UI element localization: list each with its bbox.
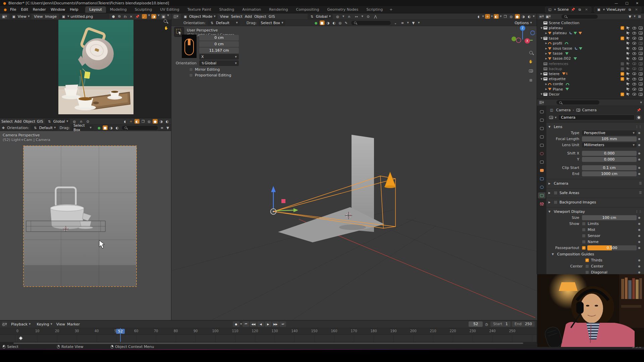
render-visibility-icon[interactable] <box>639 67 643 70</box>
jump-end-button[interactable]: ⏭ <box>279 321 286 327</box>
passepartout-checkbox[interactable]: ✓ <box>582 246 586 250</box>
prev-keyframe-button[interactable]: ◀◀ <box>250 321 257 327</box>
vp-orientation-dropdown[interactable]: ⇅Default▼ <box>208 20 240 25</box>
selectable-icon[interactable] <box>627 87 630 91</box>
selectable-icon[interactable] <box>627 32 630 35</box>
camera-panel[interactable]: ▶Camera☰ <box>546 179 644 188</box>
vp-menu-object[interactable]: Object <box>254 14 266 19</box>
remove-viewlayer-icon[interactable]: ✕ <box>634 7 639 12</box>
axis-dropdown[interactable]: X▼ <box>199 54 239 60</box>
image-datablock[interactable]: ▣▼untitled.png <box>59 14 109 19</box>
tab-scripting[interactable]: Scripting <box>362 6 387 13</box>
properties-options-icon[interactable]: ▼ <box>640 101 642 104</box>
collection-checkbox[interactable] <box>621 62 624 66</box>
outliner-row-object[interactable]: ▶tasse <box>537 51 644 56</box>
selectable-icon[interactable] <box>627 67 630 70</box>
image-mode-dropdown[interactable]: ▣View▼ <box>9 14 32 19</box>
render-visibility-icon[interactable] <box>639 37 643 40</box>
selectable-icon[interactable] <box>627 37 630 40</box>
proportional-edit-icon[interactable]: ⊙ <box>85 119 90 124</box>
viewlayer-selector[interactable]: ▣▼ ViewLayer ⧉ ✕ <box>594 7 641 13</box>
hide-icon[interactable] <box>632 62 636 65</box>
new-viewlayer-icon[interactable]: ⧉ <box>627 7 632 12</box>
tab-shading[interactable]: Shading <box>215 6 238 13</box>
stopwatch-icon[interactable]: ◷ <box>484 322 489 326</box>
camera-view-icon[interactable] <box>528 68 533 73</box>
viewport-pan-icon[interactable]: ✋ <box>528 59 533 64</box>
shading-solid-icon[interactable]: ● <box>153 119 158 124</box>
gizmo-toggle-icon[interactable]: ✧ <box>128 119 133 124</box>
tab-scene[interactable] <box>538 142 545 148</box>
keying-menu[interactable]: Keying▼ <box>35 321 54 327</box>
selectable-icon[interactable] <box>627 93 630 96</box>
unlink-scene-icon[interactable]: ✕ <box>584 7 589 12</box>
render-visibility-icon[interactable] <box>639 52 643 55</box>
outliner-row-object[interactable]: ▶Plane <box>537 86 644 92</box>
matcap-sphere-icon[interactable]: ◑ <box>109 125 114 130</box>
show-sensor-checkbox[interactable] <box>582 234 586 238</box>
tab-object-data[interactable] <box>538 192 545 198</box>
image-menu-image[interactable]: Image <box>45 14 56 19</box>
hide-icon[interactable] <box>632 57 636 60</box>
add-workspace-button[interactable]: + <box>387 6 395 13</box>
render-visibility-icon[interactable] <box>639 42 643 45</box>
menu-window[interactable]: Window <box>48 7 67 12</box>
outliner-row-object[interactable]: ▶tasse.002 <box>537 56 644 61</box>
annotate-brush-icon[interactable]: ✎ <box>344 20 349 25</box>
maximize-button[interactable]: □ <box>625 1 628 5</box>
vp-search-input[interactable] <box>351 20 391 25</box>
editor-type-button[interactable]: ◴▼ <box>2 322 7 326</box>
lens-unit-dropdown[interactable]: Millimeters▼ <box>582 142 637 147</box>
shading-wireframe-icon[interactable]: ◎ <box>147 119 152 124</box>
properties-search-input[interactable] <box>556 100 600 105</box>
selectable-icon[interactable] <box>627 42 630 45</box>
center-checkbox[interactable] <box>585 264 589 268</box>
close-button[interactable]: ✕ <box>636 1 639 5</box>
selectable-icon[interactable] <box>627 26 630 30</box>
editor-type-button[interactable]: ◫▼ <box>173 14 178 19</box>
next-keyframe-button[interactable]: ▶▶ <box>272 321 279 327</box>
outliner-row-object[interactable]: ▶sous tasse <box>537 46 644 51</box>
pan-hand-icon[interactable]: ✋ <box>164 25 169 30</box>
selectable-icon[interactable] <box>627 62 630 65</box>
pin-icon[interactable]: 📌 <box>636 108 641 112</box>
filter-funnel-icon[interactable]: ▼ <box>628 14 633 19</box>
visibility-eye-icon[interactable]: ◖ <box>122 119 127 124</box>
editor-type-button[interactable]: ☰▼ <box>539 100 544 105</box>
hide-icon[interactable] <box>632 88 636 90</box>
pivot-point-icon[interactable]: ◎ <box>72 119 77 124</box>
frame-start-field[interactable]: Start1 <box>490 321 511 327</box>
image-menu-view[interactable]: View <box>34 14 43 19</box>
tab-constraints[interactable] <box>538 176 545 182</box>
filter-funnel-icon[interactable]: ▼ <box>411 20 416 25</box>
scene-selector[interactable]: ◱▼ Scene 📌 ⧉ ✕ <box>545 7 591 13</box>
selectable-icon[interactable] <box>627 57 630 60</box>
play-reverse-button[interactable]: ◀ <box>257 321 264 327</box>
hide-icon[interactable] <box>632 93 636 96</box>
show-name-checkbox[interactable] <box>582 240 586 244</box>
timeline-menu-marker[interactable]: Marker <box>67 322 80 326</box>
playhead-badge[interactable]: 52 <box>116 329 125 334</box>
tab-sculpting[interactable]: Sculpting <box>131 6 156 13</box>
render-slot-icon[interactable]: ☄ <box>142 14 147 19</box>
cam-menu-gis[interactable]: GIS <box>37 119 43 124</box>
tab-layout[interactable]: Layout <box>85 6 106 13</box>
fake-user-shield-icon[interactable]: ⬢ <box>636 115 641 120</box>
shading-material-icon[interactable]: ◑ <box>159 119 164 124</box>
proportional-edit-icon[interactable]: ⊙ <box>366 14 371 19</box>
cam-menu-object[interactable]: Object <box>23 119 35 124</box>
outliner-row-object[interactable]: ▶profil <box>537 41 644 46</box>
outliner-row-collection[interactable]: ▼etiquette✓ <box>537 76 644 81</box>
collection-checkbox[interactable] <box>621 67 624 71</box>
display-mode-icon[interactable]: ▣▼ <box>546 14 551 19</box>
menu-edit[interactable]: Edit <box>18 7 30 12</box>
display-size-field[interactable]: 100 cm <box>582 215 637 220</box>
render-visibility-icon[interactable] <box>639 57 643 60</box>
frame-end-field[interactable]: End250 <box>512 321 535 327</box>
outliner-row-object[interactable]: ▶plateau <box>537 31 644 36</box>
mirror-editing-checkbox[interactable] <box>189 68 193 71</box>
cam-drag-dropdown[interactable]: Select Box▼ <box>71 125 94 130</box>
mode-dropdown[interactable]: ▣Object Mode▼ <box>181 14 218 19</box>
pin-icon[interactable]: 📌 <box>571 7 576 12</box>
outliner-row-scene-collection[interactable]: Scene Collection <box>537 20 644 25</box>
